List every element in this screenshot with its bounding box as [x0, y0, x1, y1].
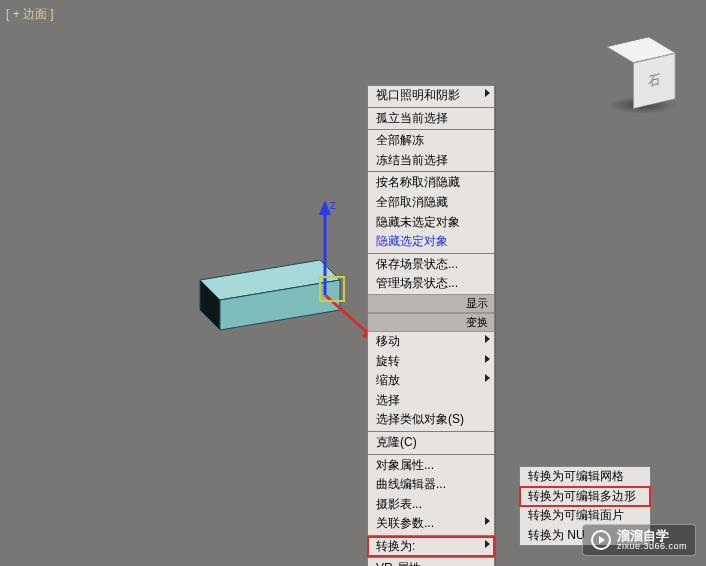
menu-isolate-selection[interactable]: 孤立当前选择: [368, 109, 494, 129]
viewcube[interactable]: 石: [598, 40, 688, 120]
menu-convert-to[interactable]: 转换为:: [368, 537, 494, 557]
watermark: 溜溜自学 zixue.3d66.com: [582, 524, 696, 556]
menu-move[interactable]: 移动: [368, 332, 494, 352]
watermark-url: zixue.3d66.com: [617, 542, 687, 551]
menu-object-properties[interactable]: 对象属性...: [368, 456, 494, 476]
menu-separator: [368, 557, 494, 558]
menu-scale[interactable]: 缩放: [368, 371, 494, 391]
menu-separator: [368, 171, 494, 172]
viewport-label: [ + 边面 ]: [6, 6, 54, 23]
submenu-convert-editable-poly[interactable]: 转换为可编辑多边形: [520, 487, 650, 507]
chevron-right-icon: [485, 89, 490, 97]
submenu-convert-editable-mesh[interactable]: 转换为可编辑网格: [520, 467, 650, 487]
menu-save-scene-state[interactable]: 保存场景状态...: [368, 255, 494, 275]
chevron-right-icon: [485, 335, 490, 343]
menu-freeze-selection[interactable]: 冻结当前选择: [368, 151, 494, 171]
chevron-right-icon: [485, 355, 490, 363]
gizmo-z-label: z: [330, 198, 336, 212]
menu-separator: [368, 253, 494, 254]
menu-separator: [368, 107, 494, 108]
menu-vr-properties[interactable]: VR-属性: [368, 559, 494, 566]
menu-unhide-by-name[interactable]: 按名称取消隐藏: [368, 173, 494, 193]
menu-hide-unselected[interactable]: 隐藏未选定对象: [368, 213, 494, 233]
menu-clone[interactable]: 克隆(C): [368, 433, 494, 453]
menu-separator: [368, 431, 494, 432]
play-icon: [591, 530, 611, 550]
menu-select[interactable]: 选择: [368, 391, 494, 411]
chevron-right-icon: [485, 517, 490, 525]
submenu-convert-editable-patch[interactable]: 转换为可编辑面片: [520, 506, 650, 526]
menu-separator: [368, 535, 494, 536]
menu-separator: [368, 454, 494, 455]
menu-wire-parameters[interactable]: 关联参数...: [368, 514, 494, 534]
menu-header-display: 显示: [368, 294, 494, 313]
menu-rotate[interactable]: 旋转: [368, 352, 494, 372]
menu-hide-selection[interactable]: 隐藏选定对象: [368, 232, 494, 252]
chevron-right-icon: [485, 540, 490, 548]
menu-dope-sheet[interactable]: 摄影表...: [368, 495, 494, 515]
menu-separator: [368, 129, 494, 130]
context-menu[interactable]: 视口照明和阴影 孤立当前选择 全部解冻 冻结当前选择 按名称取消隐藏 全部取消隐…: [367, 85, 495, 566]
menu-curve-editor[interactable]: 曲线编辑器...: [368, 475, 494, 495]
menu-header-transform: 变换: [368, 313, 494, 332]
chevron-right-icon: [485, 374, 490, 382]
menu-select-similar[interactable]: 选择类似对象(S): [368, 410, 494, 430]
menu-unfreeze-all[interactable]: 全部解冻: [368, 131, 494, 151]
menu-viewport-lighting[interactable]: 视口照明和阴影: [368, 86, 494, 106]
menu-unhide-all[interactable]: 全部取消隐藏: [368, 193, 494, 213]
menu-manage-scene-state[interactable]: 管理场景状态...: [368, 274, 494, 294]
